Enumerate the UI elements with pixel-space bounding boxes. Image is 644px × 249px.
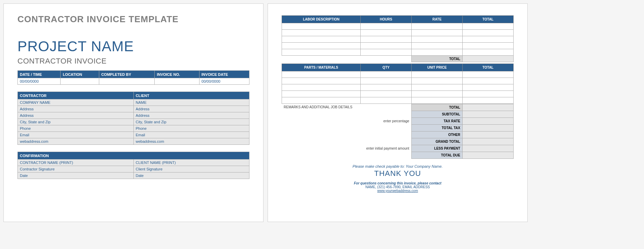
labor-cell[interactable]	[361, 23, 412, 30]
parts-table: PARTS / MATERIALS QTY UNIT PRICE TOTAL	[282, 64, 514, 104]
parts-cell[interactable]	[463, 84, 514, 91]
labor-cell[interactable]	[282, 43, 361, 49]
labor-cell[interactable]	[412, 23, 463, 30]
parts-cell[interactable]	[412, 97, 463, 104]
confirmation-table: CONFIRMATION CONTRACTOR NAME (PRINT)CLIE…	[17, 152, 249, 179]
summary-taxrate-value[interactable]	[462, 118, 513, 125]
meta-header-completedby: COMPLETED BY	[99, 71, 154, 78]
summary-totaldue-label: TOTAL DUE	[411, 152, 462, 159]
parts-cell[interactable]	[282, 71, 361, 78]
labor-cell[interactable]	[463, 49, 514, 56]
confirm-client-date[interactable]: Date	[133, 172, 249, 179]
parts-cell[interactable]	[282, 84, 361, 91]
client-phone[interactable]: Phone	[133, 125, 249, 132]
labor-cell[interactable]	[463, 30, 514, 36]
confirm-client-sig[interactable]: Client Signature	[133, 166, 249, 172]
confirmation-header: CONFIRMATION	[18, 152, 249, 160]
labor-cell[interactable]	[361, 30, 412, 36]
meta-value-invoiceno[interactable]	[155, 78, 199, 85]
footer: Please make check payable to: Your Compa…	[282, 164, 514, 193]
meta-value-location[interactable]	[61, 78, 99, 85]
parts-cell[interactable]	[463, 71, 514, 78]
summary-subtotal-value[interactable]	[462, 111, 513, 118]
summary-other-label: OTHER	[411, 132, 462, 138]
labor-header-hours: HOURS	[361, 16, 412, 23]
contractor-web[interactable]: webaddress.com	[18, 138, 134, 145]
contractor-email[interactable]: Email	[18, 132, 134, 138]
contractor-company[interactable]: COMPANY NAME	[18, 99, 134, 106]
labor-cell[interactable]	[282, 36, 361, 43]
footer-web: www.yourwebaddress.com	[282, 189, 514, 193]
page-1: CONTRACTOR INVOICE TEMPLATE PROJECT NAME…	[3, 3, 263, 222]
labor-cell[interactable]	[361, 43, 412, 49]
confirm-contractor-name[interactable]: CONTRACTOR NAME (PRINT)	[18, 160, 134, 166]
parts-cell[interactable]	[282, 91, 361, 97]
parts-cell[interactable]	[412, 71, 463, 78]
parts-cell[interactable]	[412, 91, 463, 97]
labor-cell[interactable]	[361, 36, 412, 43]
contractor-address2[interactable]: Address	[18, 112, 134, 119]
labor-cell[interactable]	[463, 23, 514, 30]
confirm-contractor-sig[interactable]: Contractor Signature	[18, 166, 134, 172]
parts-cell[interactable]	[282, 97, 361, 104]
meta-header-location: LOCATION	[61, 71, 99, 78]
labor-cell[interactable]	[361, 49, 412, 56]
summary-totaldue-value[interactable]	[462, 152, 513, 159]
client-address2[interactable]: Address	[133, 112, 249, 119]
meta-value-invoicedate[interactable]: 00/00/0000	[199, 78, 249, 85]
labor-cell[interactable]	[282, 23, 361, 30]
contractor-citystatezip[interactable]: City, State and Zip	[18, 119, 134, 125]
parts-cell[interactable]	[412, 84, 463, 91]
client-email[interactable]: Email	[133, 132, 249, 138]
labor-header-total: TOTAL	[463, 16, 514, 23]
remarks-label: REMARKS AND ADDITIONAL JOB DETAILS	[282, 104, 411, 111]
client-web[interactable]: webaddress.com	[133, 138, 249, 145]
summary-lesspayment-label: LESS PAYMENT	[411, 145, 462, 152]
labor-cell[interactable]	[282, 49, 361, 56]
labor-cell[interactable]	[463, 36, 514, 43]
parts-cell[interactable]	[361, 78, 412, 84]
summary-grandtotal-value[interactable]	[462, 138, 513, 145]
labor-cell[interactable]	[412, 43, 463, 49]
parts-cell[interactable]	[282, 78, 361, 84]
labor-cell[interactable]	[412, 30, 463, 36]
parts-cell[interactable]	[412, 78, 463, 84]
contractor-header: CONTRACTOR	[18, 92, 134, 99]
meta-value-completedby[interactable]	[99, 78, 154, 85]
contractor-phone[interactable]: Phone	[18, 125, 134, 132]
meta-header-invoicedate: INVOICE DATE	[199, 71, 249, 78]
contractor-address1[interactable]: Address	[18, 106, 134, 112]
hint-initialpayment: enter initial payment amount	[360, 145, 411, 152]
client-citystatezip[interactable]: City, State and Zip	[133, 119, 249, 125]
parts-cell[interactable]	[361, 91, 412, 97]
labor-total-label: TOTAL	[412, 56, 463, 62]
labor-cell[interactable]	[412, 36, 463, 43]
labor-cell[interactable]	[282, 30, 361, 36]
labor-cell[interactable]	[412, 49, 463, 56]
labor-cell[interactable]	[463, 43, 514, 49]
confirm-client-name[interactable]: CLIENT NAME (PRINT)	[133, 160, 249, 166]
summary-totaltax-label: TOTAL TAX	[411, 125, 462, 132]
template-title: CONTRACTOR INVOICE TEMPLATE	[17, 14, 249, 25]
parts-cell[interactable]	[463, 91, 514, 97]
confirm-contractor-date[interactable]: Date	[18, 172, 134, 179]
parts-cell[interactable]	[463, 97, 514, 104]
project-title: PROJECT NAME	[17, 38, 249, 55]
meta-header-datetime: DATE / TIME	[18, 71, 61, 78]
client-address1[interactable]: Address	[133, 106, 249, 112]
labor-total-value[interactable]	[463, 56, 514, 62]
summary-total-value[interactable]	[462, 104, 513, 111]
meta-value-datetime[interactable]: 00/00/0000	[18, 78, 61, 85]
parts-cell[interactable]	[361, 97, 412, 104]
summary-lesspayment-value[interactable]	[462, 145, 513, 152]
parts-header-qty: QTY	[361, 64, 412, 71]
parts-cell[interactable]	[361, 84, 412, 91]
labor-header-rate: RATE	[412, 16, 463, 23]
summary-other-value[interactable]	[462, 132, 513, 138]
meta-header-invoiceno: INVOICE NO.	[155, 71, 199, 78]
client-name[interactable]: NAME	[133, 99, 249, 106]
parts-cell[interactable]	[361, 71, 412, 78]
parts-cell[interactable]	[463, 78, 514, 84]
summary-totaltax-value[interactable]	[462, 125, 513, 132]
summary-total-label: TOTAL	[411, 104, 462, 111]
